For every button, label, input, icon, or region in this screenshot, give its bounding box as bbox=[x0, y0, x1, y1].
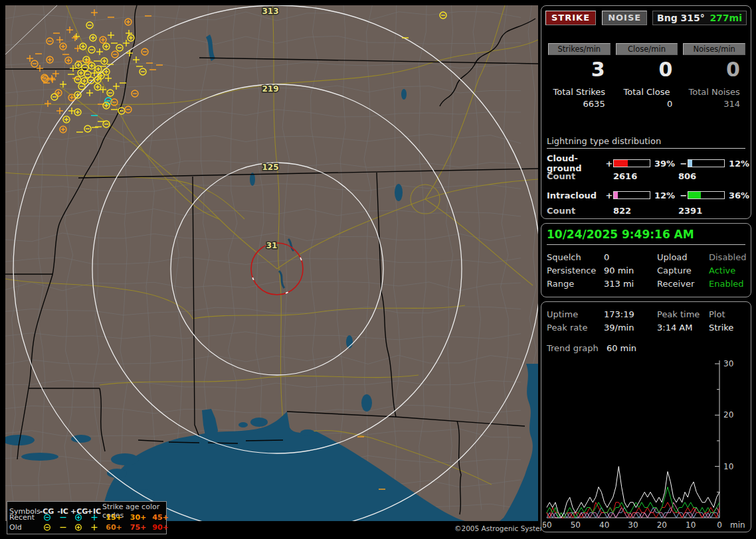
status-grid: Uptime173:19Peak timePlotPeak rate39/min… bbox=[547, 307, 748, 334]
plus-sign: + bbox=[605, 191, 613, 200]
setting-row: Persistence90 minCaptureActive bbox=[547, 264, 748, 277]
setting-row: Range313 miReceiverEnabled bbox=[547, 277, 748, 290]
ic-minus-percent: 36% bbox=[726, 191, 753, 200]
svg-text:10: 10 bbox=[686, 520, 696, 530]
datetime-display: 10/24/2025 9:49:16 AM bbox=[547, 228, 745, 245]
age-code-90: 90+ bbox=[151, 523, 170, 532]
setting-cell: 313 mi bbox=[604, 279, 657, 289]
svg-text:40: 40 bbox=[599, 520, 609, 530]
status-trend-panel: Uptime173:19Peak timePlotPeak rate39/min… bbox=[541, 301, 751, 532]
setting-cell: Receiver bbox=[657, 279, 709, 289]
map-canvas[interactable]: 313 219 125 31 bbox=[5, 5, 538, 521]
ic-minus-count: 2391 bbox=[678, 206, 753, 216]
circle-plus-icon bbox=[70, 513, 86, 522]
setting-cell: Capture bbox=[657, 266, 709, 275]
ic-minus-bar bbox=[688, 191, 725, 199]
symbol-legend: Symbols -CG -IC +CG +IC Strike age color… bbox=[7, 501, 167, 534]
status-row: Peak rate39/min3:14 AMStrike bbox=[547, 321, 748, 334]
cg-plus-count: 2616 bbox=[613, 171, 678, 181]
age-code-45: 45+ bbox=[151, 513, 170, 522]
cg-minus-bar bbox=[688, 159, 725, 167]
status-cell: Uptime bbox=[547, 309, 604, 319]
bearing-distance: 277mi bbox=[709, 11, 742, 25]
strike-toggle-button[interactable]: STRIKE bbox=[545, 11, 596, 25]
total-strikes-label: Total Strikes bbox=[548, 87, 611, 97]
setting-cell: Active bbox=[709, 266, 755, 275]
age-code-15: 15+ bbox=[102, 513, 126, 522]
status-cell: 173:19 bbox=[604, 309, 657, 319]
setting-cell: Squelch bbox=[547, 252, 604, 262]
cg-plus-bar bbox=[613, 159, 650, 167]
ring-label-125: 125 bbox=[262, 163, 278, 172]
system-settings-panel: 10/24/2025 9:49:16 AM Squelch0UploadDisa… bbox=[541, 223, 751, 297]
trend-graph-label: Trend graph bbox=[547, 343, 599, 353]
close-per-min-button[interactable]: Close/min bbox=[616, 43, 678, 55]
strike-stats-panel: STRIKE NOISE Bng 315°277mi Strikes/min 3… bbox=[541, 5, 751, 219]
minus-icon bbox=[55, 523, 70, 532]
status-row: Uptime173:19Peak timePlot bbox=[547, 307, 748, 321]
setting-cell: Persistence bbox=[547, 266, 604, 275]
close-per-min-column: Close/min 0 Total Close 0 bbox=[616, 43, 678, 109]
nexstorm-window: 313 219 125 31 Symbols -CG -IC +CG +IC S… bbox=[0, 0, 756, 539]
copyright-text: ©2005 Astrogenic Systems bbox=[454, 524, 550, 532]
circle-minus-icon bbox=[39, 513, 55, 522]
close-per-min-value: 0 bbox=[616, 58, 678, 83]
noise-toggle-button[interactable]: NOISE bbox=[602, 11, 647, 25]
status-cell: Plot bbox=[709, 309, 755, 319]
bearing-label: Bng 315° bbox=[657, 13, 705, 23]
trend-graph-window: 60 min bbox=[607, 343, 636, 353]
plus-icon bbox=[86, 523, 102, 532]
status-cell: 3:14 AM bbox=[657, 323, 709, 333]
lightning-map[interactable]: 313 219 125 31 bbox=[5, 5, 538, 521]
status-cell: Peak rate bbox=[547, 323, 604, 333]
setting-row: Squelch0UploadDisabled bbox=[547, 250, 748, 264]
total-noises-value: 314 bbox=[683, 99, 745, 109]
noises-per-min-button[interactable]: Noises/min bbox=[683, 43, 745, 55]
svg-text:0: 0 bbox=[717, 520, 722, 530]
water-bodies bbox=[5, 35, 538, 521]
setting-cell: Enabled bbox=[709, 279, 755, 289]
noises-per-min-column: Noises/min 0 Total Noises 314 bbox=[683, 43, 745, 109]
svg-text:60: 60 bbox=[543, 520, 552, 530]
total-noises-label: Total Noises bbox=[683, 87, 745, 97]
intracloud-label: Intracloud bbox=[547, 191, 605, 200]
cg-count-label: Count bbox=[547, 171, 605, 181]
status-cell: 39/min bbox=[604, 323, 657, 333]
strikes-per-min-button[interactable]: Strikes/min bbox=[548, 43, 611, 55]
svg-text:50: 50 bbox=[571, 520, 581, 530]
svg-text:20: 20 bbox=[657, 520, 667, 530]
trend-graph: 1020306050403020100min bbox=[543, 355, 750, 532]
age-code-60: 60+ bbox=[102, 523, 126, 532]
svg-text:10: 10 bbox=[723, 462, 733, 471]
minus-sign: − bbox=[680, 159, 688, 169]
ic-plus-count: 822 bbox=[613, 206, 678, 216]
total-close-value: 0 bbox=[616, 99, 678, 109]
setting-cell: 0 bbox=[604, 252, 657, 262]
lightning-strikes bbox=[27, 9, 446, 489]
lightning-type-distribution: Lightning type distribution Cloud-ground… bbox=[547, 136, 745, 218]
ring-label-313: 313 bbox=[262, 7, 278, 16]
legend-row-old-label: Old bbox=[9, 523, 39, 532]
minus-icon bbox=[55, 513, 70, 522]
status-cell: Strike bbox=[709, 323, 755, 333]
cg-minus-count: 806 bbox=[678, 171, 753, 181]
ic-plus-bar bbox=[613, 191, 650, 199]
settings-grid: Squelch0UploadDisabledPersistence90 minC… bbox=[547, 250, 748, 290]
plus-sign: + bbox=[605, 159, 613, 169]
road-light bbox=[5, 5, 57, 54]
minus-sign: − bbox=[680, 191, 688, 200]
noises-per-min-value: 0 bbox=[683, 58, 745, 83]
age-code-75: 75+ bbox=[126, 523, 151, 532]
cg-plus-percent: 39% bbox=[652, 159, 680, 169]
ic-count-label: Count bbox=[547, 206, 605, 216]
circle-plus-icon bbox=[70, 523, 86, 532]
age-code-30: 30+ bbox=[126, 513, 151, 522]
ring-label-31: 31 bbox=[266, 241, 278, 250]
strikes-per-min-value: 3 bbox=[548, 58, 611, 83]
bearing-readout: Bng 315°277mi bbox=[652, 11, 747, 25]
svg-text:20: 20 bbox=[723, 410, 733, 420]
cg-minus-percent: 12% bbox=[726, 159, 753, 169]
setting-cell: Disabled bbox=[709, 252, 755, 262]
svg-text:min: min bbox=[730, 520, 745, 530]
total-strikes-value: 6635 bbox=[548, 99, 611, 109]
